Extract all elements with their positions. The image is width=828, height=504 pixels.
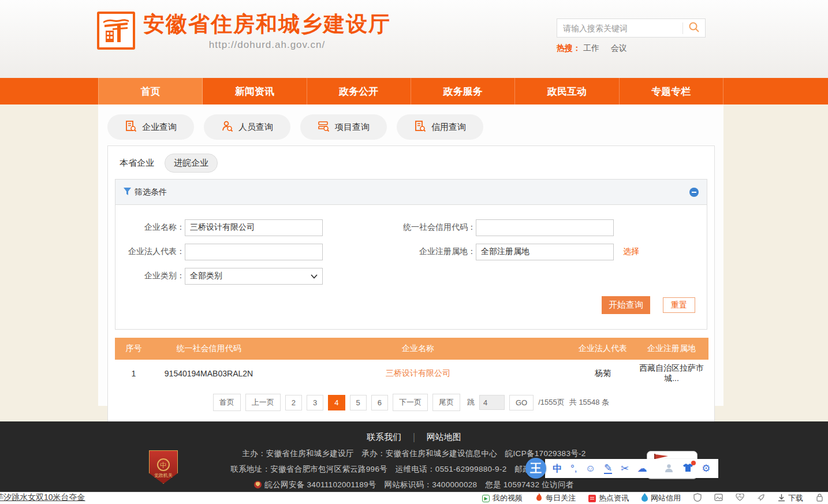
- total-count: 共 15548 条: [569, 397, 609, 408]
- legal-rep-field[interactable]: [185, 244, 323, 260]
- credit-code-field[interactable]: [476, 219, 614, 236]
- nav-item-gov-open[interactable]: 政务公开: [307, 78, 411, 104]
- page-next-button[interactable]: 下一页: [393, 394, 428, 411]
- page-6-button[interactable]: 6: [371, 395, 388, 410]
- tab-local-enterprise[interactable]: 本省企业: [120, 158, 154, 169]
- table-header-row: 序号 统一社会信用代码 企业名称 企业法人代表 企业注册属地: [115, 338, 708, 360]
- filter-icon: [124, 187, 131, 197]
- query-panel: 本省企业 进皖企业 筛选条件 企业名称： 统一社会信用代码：: [107, 145, 715, 422]
- col-index: 序号: [115, 338, 152, 360]
- nav-item-home[interactable]: 首页: [98, 78, 203, 104]
- credit-code-label: 统一社会信用代码：: [323, 222, 476, 233]
- tab-label: 企业查询: [142, 122, 177, 133]
- hot-news-button[interactable]: 热点资讯: [588, 493, 629, 503]
- reg-place-field[interactable]: [476, 244, 614, 260]
- nav-item-topics[interactable]: 专题专栏: [620, 78, 723, 104]
- project-search-icon: [318, 120, 330, 135]
- rocket-icon: [757, 494, 765, 503]
- start-query-button[interactable]: 开始查询: [602, 296, 650, 314]
- company-link[interactable]: 三桥设计有限公司: [386, 368, 450, 378]
- credit-search-icon: [414, 120, 426, 135]
- total-pages: /1555页: [538, 397, 565, 408]
- ime-logo-icon[interactable]: 王: [525, 458, 546, 479]
- rocket-button[interactable]: [757, 494, 765, 503]
- cell-credit-code: 91540194MAB03RAL2N: [152, 360, 265, 387]
- nav-item-interaction[interactable]: 政民互动: [515, 78, 619, 104]
- nav-item-news[interactable]: 新闻资讯: [203, 78, 307, 104]
- page-prev-button[interactable]: 上一页: [245, 394, 281, 411]
- notification-dot: [691, 461, 696, 465]
- page-3-button[interactable]: 3: [307, 395, 323, 410]
- category-selected-value: 全部类别: [190, 271, 311, 281]
- tab-incoming-enterprise[interactable]: 进皖企业: [165, 154, 218, 173]
- site-credit-button[interactable]: 网站信用: [641, 493, 681, 503]
- page-last-button[interactable]: 尾页: [432, 394, 460, 411]
- search-icon: [688, 21, 700, 35]
- content-background: 企业查询 人员查询 项目查询 信用查询: [0, 104, 828, 421]
- hot-keyword-meeting[interactable]: 会议: [611, 43, 627, 53]
- download-button[interactable]: 下载: [778, 493, 803, 503]
- tab-label: 项目查询: [335, 122, 370, 133]
- page-first-button[interactable]: 首页: [213, 394, 241, 411]
- nav-item-gov-service[interactable]: 政务服务: [411, 78, 515, 104]
- brand: 安徽省住房和城乡建设厅 http://dohurd.ah.gov.cn/: [97, 12, 391, 51]
- filter-title: 筛选条件: [135, 187, 167, 197]
- category-select[interactable]: 全部类别: [185, 268, 323, 285]
- collapse-filter-button[interactable]: [689, 188, 699, 197]
- go-button[interactable]: GO: [509, 395, 534, 410]
- shield-button[interactable]: [693, 493, 702, 503]
- health-button[interactable]: [736, 494, 744, 503]
- col-company: 企业名称: [265, 338, 571, 360]
- sitemap-link[interactable]: 网站地图: [427, 432, 461, 443]
- ime-punctuation-icon[interactable]: °,: [570, 464, 577, 473]
- search-box: [557, 18, 706, 38]
- contact-us-link[interactable]: 联系我们: [367, 432, 401, 443]
- ime-handwriting-icon[interactable]: ✎: [604, 463, 612, 474]
- company-name-label: 企业名称：: [115, 222, 185, 233]
- jump-page-input[interactable]: [479, 395, 505, 410]
- my-videos-button[interactable]: ▶ 我的视频: [482, 493, 523, 503]
- lock-button[interactable]: [816, 493, 823, 503]
- col-legal-rep: 企业法人代表: [571, 338, 635, 360]
- ime-language-mode-icon[interactable]: 中: [553, 464, 562, 473]
- tab-credit-query[interactable]: 信用查询: [397, 114, 483, 140]
- page-4-button-active[interactable]: 4: [328, 395, 345, 410]
- tab-project-query[interactable]: 项目查询: [300, 114, 387, 140]
- page-5-button[interactable]: 5: [350, 395, 367, 410]
- company-name-field[interactable]: [185, 219, 323, 236]
- search-input[interactable]: [557, 24, 682, 33]
- ime-clipboard-scissors-icon[interactable]: ✂: [621, 464, 629, 473]
- main-nav: 首页 新闻资讯 政务公开 政务服务 政民互动 专题专栏: [0, 78, 828, 104]
- tab-enterprise-query[interactable]: 企业查询: [107, 114, 194, 140]
- tab-personnel-query[interactable]: 人员查询: [204, 114, 290, 140]
- site-header: 安徽省住房和城乡建设厅 http://dohurd.ah.gov.cn/ 热搜：…: [0, 0, 828, 78]
- lock-icon: [816, 493, 823, 503]
- image-icon: [714, 494, 723, 503]
- reg-place-select-link[interactable]: 选择: [623, 247, 639, 257]
- footer-record-line: 皖公网安备 34011102001189号 网站标识码：3400000028 您…: [0, 480, 828, 490]
- play-icon: ▶: [482, 495, 490, 502]
- hot-keyword-work[interactable]: 工作: [583, 43, 599, 53]
- daily-follow-button[interactable]: 每日关注: [535, 493, 576, 503]
- ime-cloud-icon[interactable]: ☁: [637, 464, 647, 473]
- heart-pulse-icon: [736, 494, 744, 503]
- water-drop-icon: [641, 493, 648, 503]
- col-credit-code: 统一社会信用代码: [152, 338, 265, 360]
- ime-settings-icon[interactable]: ⚙: [702, 464, 710, 473]
- screenshot-button[interactable]: [714, 494, 723, 503]
- news-ticker-link[interactable]: 芋汐跳水女双10米台夺金: [0, 492, 85, 503]
- page-2-button[interactable]: 2: [285, 395, 302, 410]
- jump-label: 跳: [467, 397, 475, 408]
- ime-emoji-icon[interactable]: ☺: [585, 464, 595, 473]
- reset-button[interactable]: 重置: [663, 297, 695, 313]
- legal-rep-label: 企业法人代表：: [115, 247, 185, 257]
- site-title: 安徽省住房和城乡建设厅: [143, 12, 391, 37]
- table-row: 1 91540194MAB03RAL2N 三桥设计有限公司 杨菊 西藏自治区拉萨…: [115, 360, 708, 387]
- footer-organizer-line: 主办：安徽省住房和城乡建设厅 承办：安徽省住房和城乡建设信息中心 皖ICP备17…: [0, 449, 828, 459]
- category-label: 企业类别：: [115, 271, 185, 281]
- ime-account-icon[interactable]: [664, 463, 674, 475]
- ime-skin-icon[interactable]: [682, 463, 693, 474]
- tab-label: 人员查询: [238, 122, 273, 133]
- gov-agency-badge: 中 党政机关: [149, 450, 178, 484]
- search-button[interactable]: [683, 19, 705, 37]
